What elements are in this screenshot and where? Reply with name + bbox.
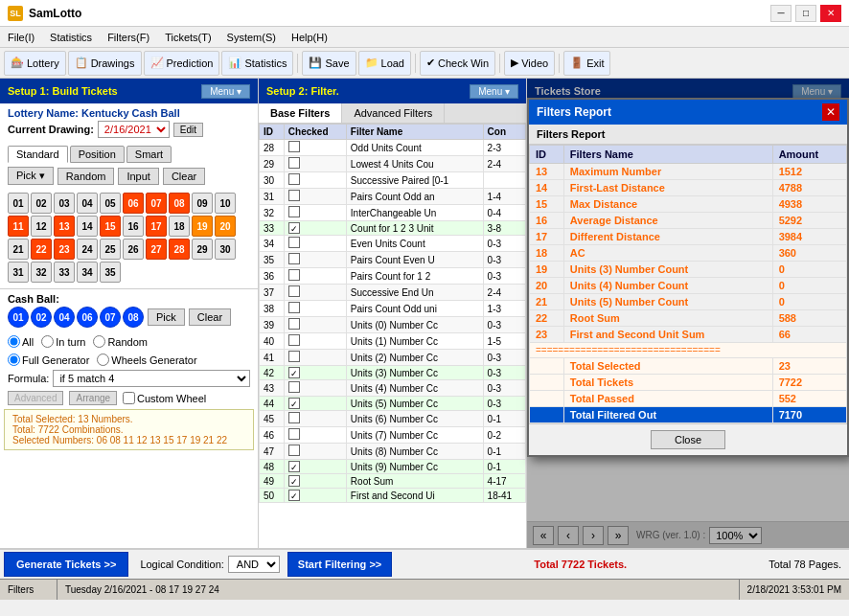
num-21[interactable]: 21 bbox=[8, 239, 29, 260]
cashball-04[interactable]: 04 bbox=[54, 307, 75, 328]
checkbox-44[interactable]: ✓ bbox=[288, 398, 300, 409]
filter-row-33[interactable]: 33 ✓ Count for 1 2 3 Unit 3-8 bbox=[260, 221, 526, 236]
pick-button[interactable]: Pick ▾ bbox=[8, 167, 54, 185]
num-27[interactable]: 27 bbox=[146, 239, 167, 260]
filter-row-47[interactable]: 47 Units (8) Number Cc 0-1 bbox=[260, 444, 526, 460]
filter-row-32[interactable]: 32 InterChangeable Un 0-4 bbox=[260, 205, 526, 221]
tab-position[interactable]: Position bbox=[70, 146, 125, 163]
maximize-button[interactable]: □ bbox=[795, 5, 816, 22]
num-07[interactable]: 07 bbox=[146, 193, 167, 214]
filter-row-30[interactable]: 30 Successive Paired [0-1 bbox=[260, 172, 526, 189]
filter-row-50[interactable]: 50 ✓ First and Second Ui 18-41 bbox=[260, 489, 526, 503]
minimize-button[interactable]: ─ bbox=[770, 5, 792, 22]
num-03[interactable]: 03 bbox=[54, 193, 75, 214]
num-05[interactable]: 05 bbox=[100, 193, 121, 214]
num-18[interactable]: 18 bbox=[169, 216, 190, 237]
clear-button[interactable]: Clear bbox=[163, 168, 205, 185]
filter-row-31[interactable]: 31 Pairs Count Odd an 1-4 bbox=[260, 189, 526, 205]
filter-row-40[interactable]: 40 Units (1) Number Cc 1-5 bbox=[260, 333, 526, 350]
num-08[interactable]: 08 bbox=[169, 193, 190, 214]
num-23[interactable]: 23 bbox=[54, 239, 75, 260]
cashball-clear-button[interactable]: Clear bbox=[189, 308, 231, 326]
checkbox-32[interactable] bbox=[288, 206, 300, 217]
menu-file[interactable]: File(I) bbox=[0, 30, 42, 45]
num-17[interactable]: 17 bbox=[146, 216, 167, 237]
filter-row-46[interactable]: 46 Units (7) Number Cc 0-2 bbox=[260, 427, 526, 444]
checkbox-39[interactable] bbox=[288, 318, 300, 330]
left-panel-menu[interactable]: Menu ▾ bbox=[201, 84, 250, 99]
checkbox-50[interactable]: ✓ bbox=[288, 490, 300, 501]
modal-close-button[interactable]: ✕ bbox=[822, 103, 839, 121]
toolbar-lottery[interactable]: 🎰 Lottery bbox=[4, 51, 66, 76]
checkbox-40[interactable] bbox=[288, 334, 300, 346]
cashball-02[interactable]: 02 bbox=[31, 307, 52, 328]
checkbox-36[interactable] bbox=[288, 269, 300, 281]
generate-tickets-button[interactable]: Generate Tickets >> bbox=[4, 552, 128, 577]
filter-row-38[interactable]: 38 Pairs Count Odd uni 1-3 bbox=[260, 301, 526, 317]
radio-wheels-gen[interactable]: Wheels Generator bbox=[97, 354, 196, 366]
num-33[interactable]: 33 bbox=[54, 262, 75, 283]
num-16[interactable]: 16 bbox=[123, 216, 144, 237]
filter-row-36[interactable]: 36 Pairs Count for 1 2 0-3 bbox=[260, 268, 526, 285]
tab-advanced-filters[interactable]: Advanced Filters bbox=[342, 103, 445, 123]
checkbox-45[interactable] bbox=[288, 412, 300, 423]
modal-close-btn[interactable]: Close bbox=[651, 430, 725, 449]
logical-select[interactable]: AND OR bbox=[228, 556, 280, 573]
filter-row-35[interactable]: 35 Pairs Count Even U 0-3 bbox=[260, 252, 526, 268]
num-01[interactable]: 01 bbox=[8, 193, 29, 214]
radio-random[interactable]: Random bbox=[93, 335, 148, 348]
filter-row-48[interactable]: 48 ✓ Units (9) Number Cc 0-1 bbox=[260, 460, 526, 474]
filter-row-39[interactable]: 39 Units (0) Number Cc 0-3 bbox=[260, 317, 526, 333]
toolbar-drawings[interactable]: 📋 Drawings bbox=[68, 51, 142, 76]
tab-smart[interactable]: Smart bbox=[126, 146, 172, 163]
filter-row-29[interactable]: 29 Lowest 4 Units Cou 2-4 bbox=[260, 156, 526, 172]
advanced-button[interactable]: Advanced bbox=[8, 391, 63, 405]
checkbox-48[interactable]: ✓ bbox=[288, 461, 300, 472]
cashball-01[interactable]: 01 bbox=[8, 307, 29, 328]
checkbox-49[interactable]: ✓ bbox=[288, 475, 300, 487]
checkbox-28[interactable] bbox=[288, 141, 300, 152]
num-04[interactable]: 04 bbox=[77, 193, 98, 214]
num-24[interactable]: 24 bbox=[77, 239, 98, 260]
cashball-07[interactable]: 07 bbox=[100, 307, 121, 328]
radio-all[interactable]: All bbox=[8, 335, 34, 348]
cashball-06[interactable]: 06 bbox=[77, 307, 98, 328]
checkbox-43[interactable] bbox=[288, 381, 300, 393]
drawing-date-select[interactable]: 2/16/2021 bbox=[98, 121, 170, 138]
checkbox-34[interactable] bbox=[288, 237, 300, 248]
num-26[interactable]: 26 bbox=[123, 239, 144, 260]
checkbox-31[interactable] bbox=[288, 190, 300, 201]
num-32[interactable]: 32 bbox=[31, 262, 52, 283]
custom-wheel-check[interactable]: Custom Wheel bbox=[123, 392, 206, 404]
num-29[interactable]: 29 bbox=[192, 239, 213, 260]
menu-system[interactable]: System(S) bbox=[219, 30, 284, 45]
checkbox-37[interactable] bbox=[288, 285, 300, 297]
toolbar-checkwin[interactable]: ✔ Check Win bbox=[420, 51, 495, 76]
num-11[interactable]: 11 bbox=[8, 216, 29, 237]
menu-help[interactable]: Help(H) bbox=[284, 30, 335, 45]
checkbox-38[interactable] bbox=[288, 302, 300, 313]
checkbox-41[interactable] bbox=[288, 351, 300, 362]
num-12[interactable]: 12 bbox=[31, 216, 52, 237]
num-25[interactable]: 25 bbox=[100, 239, 121, 260]
menu-statistics[interactable]: Statistics bbox=[42, 30, 100, 45]
input-button[interactable]: Input bbox=[118, 168, 158, 185]
num-09[interactable]: 09 bbox=[192, 193, 213, 214]
num-15[interactable]: 15 bbox=[100, 216, 121, 237]
menu-filters[interactable]: Filters(F) bbox=[100, 30, 157, 45]
num-28[interactable]: 28 bbox=[169, 239, 190, 260]
formula-select[interactable]: if 5 match 4 bbox=[53, 370, 250, 387]
toolbar-statistics[interactable]: 📊 Statistics bbox=[221, 51, 293, 76]
middle-panel-menu[interactable]: Menu ▾ bbox=[470, 84, 518, 99]
num-14[interactable]: 14 bbox=[77, 216, 98, 237]
toolbar-save[interactable]: 💾 Save bbox=[302, 51, 356, 76]
filter-row-34[interactable]: 34 Even Units Count 0-3 bbox=[260, 236, 526, 252]
radio-full-gen[interactable]: Full Generator bbox=[8, 354, 89, 366]
checkbox-42[interactable]: ✓ bbox=[288, 367, 300, 378]
filter-row-42[interactable]: 42 ✓ Units (3) Number Cc 0-3 bbox=[260, 366, 526, 380]
start-filtering-button[interactable]: Start Filtering >> bbox=[287, 552, 392, 577]
filter-row-41[interactable]: 41 Units (2) Number Cc 0-3 bbox=[260, 350, 526, 366]
toolbar-prediction[interactable]: 📈 Prediction bbox=[144, 51, 220, 76]
num-20[interactable]: 20 bbox=[215, 216, 236, 237]
tab-base-filters[interactable]: Base Filters bbox=[259, 103, 342, 123]
